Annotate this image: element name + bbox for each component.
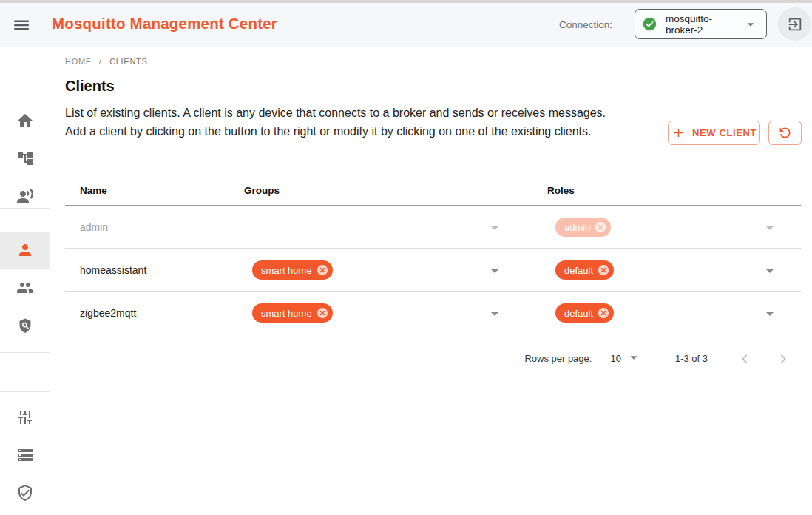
record-voice-over-icon xyxy=(16,187,34,205)
role-chip: admin xyxy=(555,218,611,237)
client-name: admin xyxy=(80,221,108,233)
next-page-button[interactable] xyxy=(770,346,796,372)
sidebar-item-groups[interactable] xyxy=(0,269,50,306)
new-client-label: NEW CLIENT xyxy=(692,127,757,138)
chip-delete-icon[interactable] xyxy=(316,306,329,320)
breadcrumb-home[interactable]: HOME xyxy=(65,57,92,66)
sidebar-item-clients[interactable] xyxy=(0,232,50,269)
table-row[interactable]: admin admin xyxy=(65,206,801,249)
sidebar-divider xyxy=(0,208,50,209)
chevron-down-icon xyxy=(761,262,779,280)
chip-label: smart home xyxy=(261,308,312,319)
group-chip: smart home xyxy=(252,260,333,280)
breadcrumb: HOME / CLIENTS xyxy=(65,55,147,67)
logout-button[interactable] xyxy=(778,7,811,41)
refresh-ccw-icon xyxy=(777,125,793,141)
roles-select[interactable]: default xyxy=(548,302,780,326)
column-header-roles: Roles xyxy=(547,185,575,196)
refresh-button[interactable] xyxy=(768,121,802,145)
client-name: homeassistant xyxy=(80,264,146,276)
home-icon xyxy=(16,112,34,129)
new-client-button[interactable]: NEW CLIENT xyxy=(668,121,760,145)
connection-label: Connection: xyxy=(559,19,612,30)
chevron-down-icon xyxy=(486,305,504,323)
groups-select[interactable]: smart home xyxy=(245,302,505,326)
sidebar-item-roles[interactable] xyxy=(0,307,50,344)
page-title: Clients xyxy=(65,78,115,95)
breadcrumb-separator: / xyxy=(99,55,102,67)
chip-delete-icon[interactable] xyxy=(597,263,610,277)
chevron-right-icon xyxy=(774,350,792,368)
chip-label: default xyxy=(564,308,593,319)
table-row[interactable]: homeassistant smart home default xyxy=(65,249,801,292)
group-chip: smart home xyxy=(252,303,333,323)
tune-sliders-icon xyxy=(16,408,34,426)
app-root: Mosquitto Management Center Connection: … xyxy=(0,0,812,515)
groups-select xyxy=(245,216,505,240)
chevron-down-icon xyxy=(626,349,642,366)
hamburger-menu-icon[interactable] xyxy=(12,16,31,35)
table-row[interactable]: zigbee2mqtt smart home default xyxy=(65,292,801,334)
chip-delete-icon[interactable] xyxy=(316,263,329,277)
main-content: HOME / CLIENTS Clients List of existing … xyxy=(50,47,812,515)
breadcrumb-current: CLIENTS xyxy=(109,57,147,66)
rows-per-page-label: Rows per page: xyxy=(524,353,592,364)
people-icon xyxy=(16,279,34,297)
table-pagination: Rows per page: 10 1-3 of 3 xyxy=(65,334,801,383)
chevron-down-icon xyxy=(761,219,779,237)
app-bar: Mosquitto Management Center Connection: … xyxy=(0,3,812,47)
chevron-down-icon xyxy=(486,262,504,280)
verified-user-shield-icon xyxy=(16,484,34,502)
plus-icon xyxy=(671,126,686,140)
connection-value: mosquitto-broker-2 xyxy=(666,13,742,36)
chevron-left-icon xyxy=(736,350,754,368)
chevron-down-icon xyxy=(761,305,779,323)
client-name: zigbee2mqtt xyxy=(80,307,136,319)
chevron-down-icon xyxy=(742,16,759,33)
sidebar-item-security[interactable] xyxy=(0,474,50,511)
sidebar-item-home[interactable] xyxy=(0,102,50,139)
role-chip: default xyxy=(555,303,614,323)
pagination-range: 1-3 of 3 xyxy=(675,353,708,364)
app-title: Mosquitto Management Center xyxy=(52,15,277,33)
roles-select[interactable]: default xyxy=(548,259,780,283)
sidebar-item-streams[interactable] xyxy=(0,437,50,474)
topic-tree-icon xyxy=(16,149,34,167)
sidebar xyxy=(0,47,50,515)
exit-to-app-icon xyxy=(787,16,803,33)
previous-page-button[interactable] xyxy=(731,346,758,372)
chip-label: smart home xyxy=(261,265,312,276)
policy-shield-icon xyxy=(16,317,34,334)
sidebar-divider xyxy=(0,391,50,392)
column-header-name: Name xyxy=(80,185,107,196)
sidebar-item-settings[interactable] xyxy=(0,399,50,436)
chevron-down-icon xyxy=(486,219,504,237)
groups-select[interactable]: smart home xyxy=(245,259,505,283)
rows-per-page-select[interactable]: 10 xyxy=(610,352,641,366)
table-header: Name Groups Roles xyxy=(65,178,801,206)
role-chip: default xyxy=(555,260,614,280)
chip-delete-icon xyxy=(594,221,607,234)
roles-select: admin xyxy=(548,216,780,240)
rows-per-page-value: 10 xyxy=(610,353,620,364)
storage-list-icon xyxy=(16,446,34,464)
chip-label: default xyxy=(564,265,593,276)
clients-table: Name Groups Roles admin admin xyxy=(65,178,801,383)
check-circle-icon xyxy=(643,17,657,31)
chip-label: admin xyxy=(564,222,590,233)
sidebar-item-client-connections[interactable] xyxy=(0,178,50,215)
sidebar-item-topic-tree[interactable] xyxy=(0,140,50,177)
chip-delete-icon[interactable] xyxy=(597,306,610,320)
person-icon xyxy=(16,241,34,259)
connection-select[interactable]: mosquitto-broker-2 xyxy=(635,9,767,39)
page-description: List of existing clients. A client is an… xyxy=(65,104,610,141)
column-header-groups: Groups xyxy=(244,185,280,196)
sidebar-divider xyxy=(0,352,50,353)
